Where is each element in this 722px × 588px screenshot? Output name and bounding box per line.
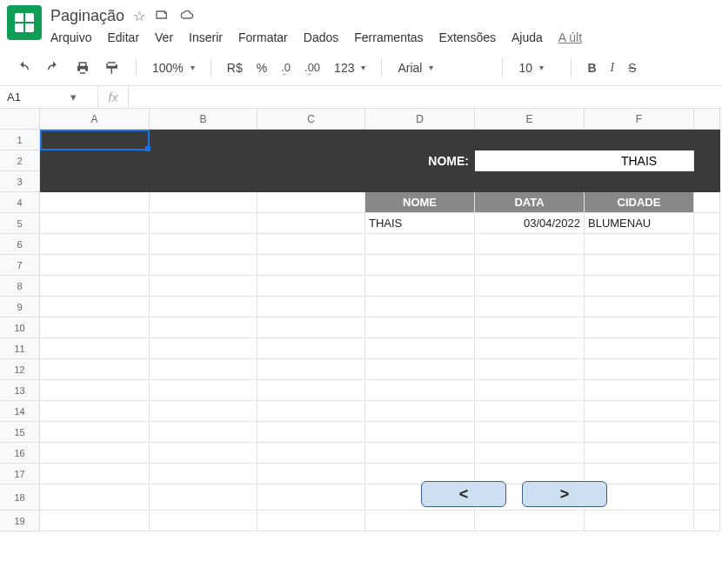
cell-A1[interactable] xyxy=(40,130,150,150)
cell-F2-nome-value[interactable]: THAIS xyxy=(585,150,694,171)
row-header-15[interactable]: 15 xyxy=(0,422,40,443)
table-header-data[interactable]: DATA xyxy=(475,192,585,213)
cell-C15[interactable] xyxy=(257,422,365,443)
menu-arquivo[interactable]: Arquivo xyxy=(50,30,91,44)
cell-A15[interactable] xyxy=(40,422,150,443)
cell-B2[interactable] xyxy=(150,150,257,171)
cell-A2[interactable] xyxy=(40,150,150,171)
cell-B19[interactable] xyxy=(150,511,257,531)
col-header-D[interactable]: D xyxy=(365,109,475,129)
cell-A16[interactable] xyxy=(40,443,150,464)
cell-A8[interactable] xyxy=(40,276,150,297)
cell-B1[interactable] xyxy=(150,130,257,150)
cell-F14[interactable] xyxy=(585,401,694,422)
row-header-4[interactable]: 4 xyxy=(0,192,40,213)
cell-D19[interactable] xyxy=(365,511,475,531)
row-header-11[interactable]: 11 xyxy=(0,338,40,359)
row-header-10[interactable]: 10 xyxy=(0,317,40,338)
cell-E14[interactable] xyxy=(475,401,585,422)
decrease-decimal-button[interactable]: .0 ← xyxy=(277,59,294,76)
cell-B6[interactable] xyxy=(150,234,257,255)
cell-C12[interactable] xyxy=(257,359,365,380)
cell-A14[interactable] xyxy=(40,401,150,422)
row-header-1[interactable]: 1 xyxy=(0,130,40,150)
row-header-17[interactable]: 17 xyxy=(0,464,40,484)
cell-E16[interactable] xyxy=(475,443,585,464)
menu-formatar[interactable]: Formatar xyxy=(238,30,288,44)
doc-title[interactable]: Paginação xyxy=(50,7,124,25)
cell-G15[interactable] xyxy=(694,422,720,443)
select-all-corner[interactable] xyxy=(0,109,40,129)
cell-E12[interactable] xyxy=(475,359,585,380)
move-icon[interactable] xyxy=(154,8,170,25)
cell-D11[interactable] xyxy=(365,338,475,359)
cell-B7[interactable] xyxy=(150,255,257,276)
formula-input[interactable] xyxy=(129,86,722,108)
cell-D3[interactable] xyxy=(365,171,475,192)
cell-B11[interactable] xyxy=(150,338,257,359)
cell-B3[interactable] xyxy=(150,171,257,192)
zoom-select[interactable]: 100% xyxy=(149,59,198,77)
cell-A5[interactable] xyxy=(40,213,150,234)
cell-B14[interactable] xyxy=(150,401,257,422)
row-header-9[interactable]: 9 xyxy=(0,297,40,317)
cell-B12[interactable] xyxy=(150,359,257,380)
cell-C11[interactable] xyxy=(257,338,365,359)
cell-E13[interactable] xyxy=(475,380,585,401)
cell-B4[interactable] xyxy=(150,192,257,213)
spreadsheet-grid[interactable]: A B C D E F 1 2 NOME: THAIS xyxy=(0,109,722,531)
row-header-2[interactable]: 2 xyxy=(0,150,40,171)
cell-E7[interactable] xyxy=(475,255,585,276)
cell-D15[interactable] xyxy=(365,422,475,443)
cell-F11[interactable] xyxy=(585,338,694,359)
cell-B17[interactable] xyxy=(150,464,257,484)
cell-C9[interactable] xyxy=(257,297,365,317)
redo-icon[interactable] xyxy=(42,58,64,77)
cell-G17[interactable] xyxy=(694,464,720,484)
col-header-A[interactable]: A xyxy=(40,109,150,129)
table-header-nome[interactable]: NOME xyxy=(365,192,475,213)
cell-C6[interactable] xyxy=(257,234,365,255)
row-header-12[interactable]: 12 xyxy=(0,359,40,380)
cell-F5-cidade[interactable]: BLUMENAU xyxy=(585,213,694,234)
menu-dados[interactable]: Dados xyxy=(304,30,338,44)
bold-button[interactable]: B xyxy=(584,59,599,77)
cell-C13[interactable] xyxy=(257,380,365,401)
cell-G9[interactable] xyxy=(694,297,720,317)
row-header-6[interactable]: 6 xyxy=(0,234,40,255)
cell-A9[interactable] xyxy=(40,297,150,317)
cell-B15[interactable] xyxy=(150,422,257,443)
cell-A13[interactable] xyxy=(40,380,150,401)
cell-C10[interactable] xyxy=(257,317,365,338)
cell-G3[interactable] xyxy=(694,171,720,192)
cell-G7[interactable] xyxy=(694,255,720,276)
undo-icon[interactable] xyxy=(12,58,35,77)
cell-D8[interactable] xyxy=(365,276,475,297)
row-header-18[interactable]: 18 xyxy=(0,484,40,511)
cell-E15[interactable] xyxy=(475,422,585,443)
font-select[interactable]: Arial xyxy=(394,59,490,77)
cell-D10[interactable] xyxy=(365,317,475,338)
row-header-16[interactable]: 16 xyxy=(0,443,40,464)
cell-B5[interactable] xyxy=(150,213,257,234)
cell-F19[interactable] xyxy=(585,511,694,531)
cell-F13[interactable] xyxy=(585,380,694,401)
cell-E6[interactable] xyxy=(475,234,585,255)
cell-C4[interactable] xyxy=(257,192,365,213)
cell-F10[interactable] xyxy=(585,317,694,338)
prev-page-button[interactable]: < xyxy=(421,481,506,507)
row-header-14[interactable]: 14 xyxy=(0,401,40,422)
menu-editar[interactable]: Editar xyxy=(107,30,139,44)
row-header-19[interactable]: 19 xyxy=(0,511,40,531)
cell-E8[interactable] xyxy=(475,276,585,297)
cell-G5[interactable] xyxy=(694,213,720,234)
col-header-B[interactable]: B xyxy=(150,109,257,129)
cell-F9[interactable] xyxy=(585,297,694,317)
cell-A7[interactable] xyxy=(40,255,150,276)
menu-ajuda[interactable]: Ajuda xyxy=(511,30,543,44)
cell-E1[interactable] xyxy=(475,130,585,150)
cell-G1[interactable] xyxy=(694,130,720,150)
col-header-G[interactable] xyxy=(694,109,720,129)
row-header-7[interactable]: 7 xyxy=(0,255,40,276)
cell-G2[interactable] xyxy=(694,150,720,171)
